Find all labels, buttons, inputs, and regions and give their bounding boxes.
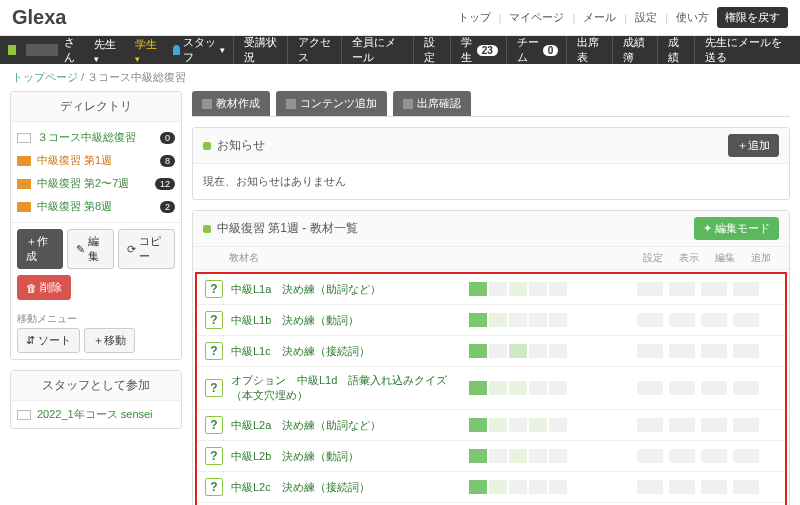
section-dot-icon [203,225,211,233]
top-link-mail[interactable]: メール [583,10,616,25]
tab-attendance-check[interactable]: 出席確認 [393,91,471,116]
tab-bar: 教材作成 コンテンツ追加 出席確認 [192,91,790,117]
row-action[interactable] [669,313,695,327]
row-action[interactable] [637,344,663,358]
row-action[interactable] [733,344,759,358]
question-icon: ? [205,379,223,397]
row-action[interactable] [669,418,695,432]
breadcrumb-top[interactable]: トップページ [12,71,78,83]
row-action[interactable] [637,418,663,432]
progress-cell [509,313,527,327]
row-action[interactable] [701,313,727,327]
nav-attendance-sheet[interactable]: 出席表 [569,36,612,64]
move-button[interactable]: ＋移動 [84,328,135,353]
add-icon [286,99,296,109]
breadcrumb: トップページ / ３コース中級総復習 [0,64,800,91]
row-action[interactable] [669,480,695,494]
progress-cell [549,282,567,296]
nav-students[interactable]: 学生23 [453,36,507,64]
nav-access[interactable]: アクセス [290,36,342,64]
nav-mail-teacher[interactable]: 先生にメールを送る [697,36,792,64]
material-link[interactable]: オプション 中級L1d 語彙入れ込みクイズ（本文穴埋め） [231,373,461,403]
delete-button[interactable]: 🗑削除 [17,275,71,300]
row-action[interactable] [733,418,759,432]
minus-icon [17,133,31,143]
row-action[interactable] [733,480,759,494]
top-link-settings[interactable]: 設定 [635,10,657,25]
create-button[interactable]: ＋作成 [17,229,63,269]
material-link[interactable]: 中級L1a 決め練（助詞など） [231,282,461,297]
sort-icon: ⇵ [26,334,35,347]
notice-title: お知らせ [217,137,728,154]
directory-item[interactable]: 中級復習 第1週8 [15,149,177,172]
nav-attendance[interactable]: 受講状況 [236,36,288,64]
staff-item-link[interactable]: 2022_1年コース sensei [37,407,153,422]
row-action[interactable] [701,449,727,463]
progress-cell [489,313,507,327]
check-icon [403,99,413,109]
directory-item[interactable]: 中級復習 第8週2 [15,195,177,218]
row-action[interactable] [637,381,663,395]
row-action[interactable] [669,344,695,358]
row-action[interactable] [701,381,727,395]
row-action[interactable] [701,282,727,296]
role-student-dropdown[interactable]: 学生 [129,37,165,64]
material-link[interactable]: 中級L2b 決め練（動詞） [231,449,461,464]
row-action[interactable] [669,449,695,463]
progress-cell [469,449,487,463]
progress-cell [529,449,547,463]
progress-cell [549,418,567,432]
row-action[interactable] [701,480,727,494]
top-link-help[interactable]: 使い方 [676,10,709,25]
copy-button[interactable]: ⟳コピー [118,229,175,269]
progress-cell [489,282,507,296]
materials-title: 中級復習 第1週 - 教材一覧 [217,220,694,237]
nav-staff-dropdown[interactable]: スタッフ [165,36,234,64]
material-row: ?中級L2a 決め練（助詞など） [197,410,785,441]
top-link-top[interactable]: トップ [458,10,491,25]
directory-label: 中級復習 第2〜7週 [37,176,149,191]
material-link[interactable]: 中級L2a 決め練（助詞など） [231,418,461,433]
question-icon: ? [205,478,223,496]
notice-add-button[interactable]: ＋追加 [728,134,779,157]
edit-button[interactable]: ✎編集 [67,229,114,269]
role-teacher-dropdown[interactable]: 先生 [88,37,124,64]
col-edit: 編集 [707,251,743,265]
row-action[interactable] [701,418,727,432]
row-action[interactable] [733,313,759,327]
directory-count-badge: 12 [155,178,175,190]
row-action[interactable] [637,313,663,327]
row-action[interactable] [637,449,663,463]
col-add: 追加 [743,251,779,265]
progress-cell [549,480,567,494]
top-link-mypage[interactable]: マイページ [509,10,564,25]
nav-settings[interactable]: 設定 [416,36,451,64]
row-action[interactable] [637,282,663,296]
nav-gradebook[interactable]: 成績簿 [615,36,658,64]
row-action[interactable] [637,480,663,494]
sort-button[interactable]: ⇵ソート [17,328,80,353]
material-link[interactable]: 中級L1c 決め練（接続詞） [231,344,461,359]
restore-permission-button[interactable]: 権限を戻す [717,7,788,28]
question-icon: ? [205,311,223,329]
progress-bars [469,480,629,494]
row-action[interactable] [669,381,695,395]
edit-mode-button[interactable]: ✦ 編集モード [694,217,779,240]
materials-header-row: 教材名 設定 表示 編集 追加 [193,247,789,270]
row-action[interactable] [733,381,759,395]
breadcrumb-current: ３コース中級総復習 [87,71,186,83]
nav-mailall[interactable]: 全員にメール [344,36,414,64]
nav-grades[interactable]: 成績 [660,36,695,64]
material-link[interactable]: 中級L2c 決め練（接続詞） [231,480,461,495]
material-link[interactable]: 中級L1b 決め練（動詞） [231,313,461,328]
tab-create-material[interactable]: 教材作成 [192,91,270,116]
directory-item[interactable]: ３コース中級総復習0 [15,126,177,149]
top-links: トップ| マイページ| メール| 設定| 使い方 権限を戻す [458,7,788,28]
nav-team[interactable]: チーム0 [509,36,567,64]
row-action[interactable] [669,282,695,296]
row-action[interactable] [733,282,759,296]
row-action[interactable] [733,449,759,463]
row-action[interactable] [701,344,727,358]
directory-item[interactable]: 中級復習 第2〜7週12 [15,172,177,195]
tab-add-content[interactable]: コンテンツ追加 [276,91,387,116]
